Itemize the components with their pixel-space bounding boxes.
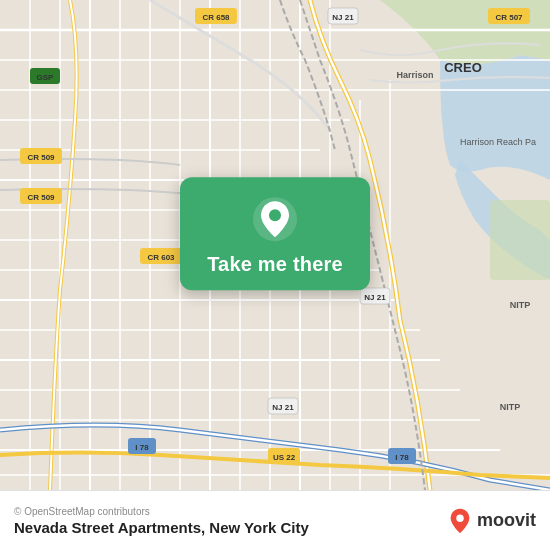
svg-text:NJ 21: NJ 21 [272,403,294,412]
svg-text:US 22: US 22 [273,453,296,462]
svg-point-61 [269,209,281,221]
take-me-there-label: Take me there [207,253,343,276]
svg-text:CR 507: CR 507 [495,13,523,22]
svg-text:Harrison: Harrison [396,70,433,80]
take-me-there-popup[interactable]: Take me there [180,177,370,290]
svg-text:CR 658: CR 658 [202,13,230,22]
svg-text:NJ 21: NJ 21 [332,13,354,22]
svg-text:CR 509: CR 509 [27,193,55,202]
moovit-brand-text: moovit [477,510,536,531]
svg-text:CR 509: CR 509 [27,153,55,162]
svg-text:NITP: NITP [500,402,521,412]
map-view: CR 658 NJ 21 CR 507 GSP CR 509 CR 509 CR… [0,0,550,490]
moovit-brand-icon [446,507,474,535]
svg-text:NITP: NITP [510,300,531,310]
svg-text:GSP: GSP [37,73,55,82]
map-copyright: © OpenStreetMap contributors [14,506,309,517]
svg-point-62 [456,514,463,521]
svg-text:I 78: I 78 [135,443,149,452]
svg-text:I 78: I 78 [395,453,409,462]
bottom-bar: © OpenStreetMap contributors Nevada Stre… [0,490,550,550]
location-name: Nevada Street Apartments, New York City [14,519,309,536]
location-info: © OpenStreetMap contributors Nevada Stre… [14,506,309,536]
moovit-logo: moovit [446,507,536,535]
svg-text:Harrison Reach Pa: Harrison Reach Pa [460,137,536,147]
svg-text:CR 603: CR 603 [147,253,175,262]
svg-rect-1 [490,200,550,280]
location-pin-icon [251,195,299,243]
svg-text:CREO: CREO [444,60,482,75]
svg-text:NJ 21: NJ 21 [364,293,386,302]
